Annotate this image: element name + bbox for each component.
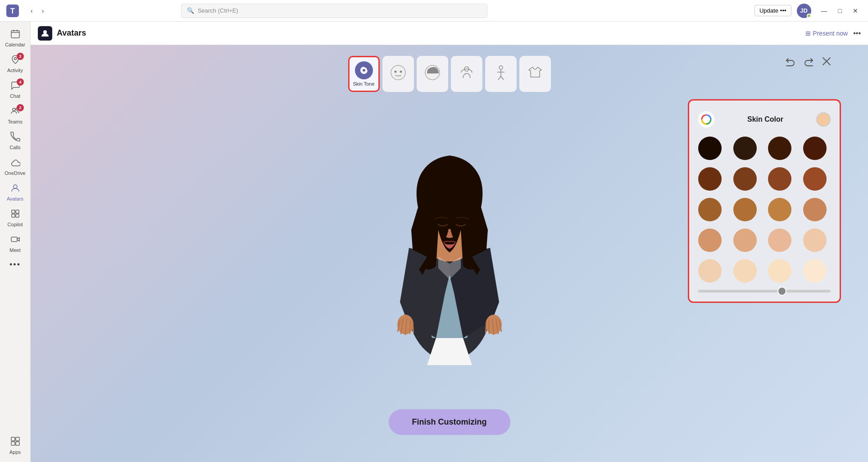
svg-point-6 (14, 58, 16, 60)
calls-icon (10, 132, 20, 144)
svg-rect-15 (11, 437, 15, 441)
svg-rect-12 (12, 214, 15, 217)
skin-swatch[interactable] (733, 167, 757, 191)
sidebar-item-copilot[interactable]: Copilot (0, 205, 30, 231)
close-customization-button[interactable] (821, 56, 832, 69)
teams-logo: T (5, 4, 20, 18)
search-icon: 🔍 (187, 7, 194, 14)
toolbar-item-skin-tone[interactable]: Skin Tone (348, 56, 380, 92)
skin-swatch[interactable] (698, 137, 722, 160)
svg-point-19 (43, 30, 47, 34)
skin-tone-slider[interactable] (698, 290, 831, 293)
redo-button[interactable] (803, 56, 814, 69)
finish-customizing-button[interactable]: Finish Customizing (389, 409, 510, 435)
sidebar-item-meet[interactable]: Meet (0, 231, 30, 256)
skin-swatch[interactable] (698, 167, 722, 191)
skin-swatch[interactable] (768, 167, 791, 191)
skin-color-title: Skin Color (747, 115, 783, 124)
sidebar-item-more[interactable]: ••• (0, 256, 30, 273)
maximize-button[interactable]: □ (834, 5, 846, 16)
title-bar: T ‹ › 🔍 Search (Ctrl+E) Update ••• JD — … (0, 0, 868, 22)
avatar-content: Skin Tone (31, 45, 868, 462)
svg-point-21 (363, 69, 365, 72)
present-now-button[interactable]: ⊞ Present now (805, 30, 848, 37)
skin-swatch[interactable] (733, 137, 757, 160)
avatar[interactable]: JD (797, 4, 811, 18)
app-more-button[interactable]: ••• (853, 29, 861, 37)
svg-point-22 (391, 65, 405, 80)
svg-rect-16 (16, 437, 19, 441)
skin-slider-thumb[interactable] (777, 287, 786, 296)
skin-swatch[interactable] (768, 137, 791, 160)
undo-button[interactable] (785, 56, 796, 69)
svg-point-24 (400, 71, 402, 73)
sidebar-item-calendar[interactable]: Calendar (0, 25, 30, 51)
face-icon (389, 64, 407, 84)
sidebar-item-activity[interactable]: 2 Activity (0, 51, 30, 77)
svg-rect-13 (16, 214, 19, 217)
skin-swatch[interactable] (733, 198, 757, 221)
skin-swatch[interactable] (733, 259, 757, 283)
back-button[interactable]: ‹ (27, 5, 36, 16)
sidebar-item-label: Calendar (5, 42, 25, 47)
search-bar[interactable]: 🔍 Search (Ctrl+E) (181, 4, 487, 18)
window-controls: — □ ✕ (817, 5, 863, 16)
skin-swatch[interactable] (698, 198, 722, 221)
meet-icon (10, 234, 20, 247)
sidebar-item-label: Apps (9, 449, 21, 455)
toolbar-item-outfit[interactable] (519, 56, 551, 92)
svg-rect-14 (11, 237, 17, 242)
forward-button[interactable]: › (38, 5, 48, 16)
copilot-icon (10, 209, 20, 221)
toolbar-item-pose[interactable] (485, 56, 517, 92)
title-bar-right: Update ••• JD — □ ✕ (754, 4, 863, 18)
more-icon: ••• (9, 260, 21, 270)
skin-swatch[interactable] (768, 198, 791, 221)
skin-color-grid (698, 137, 831, 283)
skin-swatch[interactable] (733, 229, 757, 252)
skin-tone-icon (355, 61, 373, 79)
present-now-icon: ⊞ (805, 30, 811, 37)
skin-swatch[interactable] (803, 229, 827, 252)
svg-point-23 (394, 71, 396, 73)
app-title: Avatars (57, 28, 86, 38)
app-header-left: Avatars (38, 26, 86, 41)
skin-panel-header: Skin Color (698, 111, 831, 128)
skin-swatch[interactable] (803, 198, 827, 221)
svg-line-30 (498, 76, 501, 80)
sidebar-item-apps[interactable]: Apps (0, 433, 30, 458)
finish-btn-label: Finish Customizing (412, 417, 487, 426)
skin-swatch[interactable] (803, 137, 827, 160)
skin-swatch[interactable] (698, 259, 722, 283)
skin-swatch[interactable] (803, 167, 827, 191)
svg-rect-17 (11, 442, 15, 445)
skin-swatch[interactable] (768, 259, 791, 283)
minimize-button[interactable]: — (817, 5, 832, 16)
sidebar-item-onedrive[interactable]: OneDrive (0, 154, 30, 179)
svg-rect-10 (12, 210, 15, 213)
svg-point-7 (13, 108, 15, 111)
sidebar-item-label: Copilot (7, 222, 23, 227)
app-header-right: ⊞ Present now ••• (805, 29, 861, 37)
toolbar-item-body[interactable] (451, 56, 482, 92)
sidebar-item-avatars[interactable]: Avatars (0, 179, 30, 205)
svg-line-31 (501, 76, 504, 80)
hair-icon (423, 64, 441, 84)
update-button[interactable]: Update ••• (754, 5, 791, 16)
close-button[interactable]: ✕ (848, 5, 863, 16)
skin-swatch[interactable] (698, 229, 722, 252)
skin-selected-swatch[interactable] (816, 112, 831, 127)
sidebar-item-teams[interactable]: 2 Teams (0, 102, 30, 128)
nav-arrows: ‹ › (27, 5, 47, 16)
sidebar-item-label: Avatars (7, 196, 23, 201)
sidebar-item-chat[interactable]: 4 Chat (0, 77, 30, 102)
toolbar-right-controls (785, 56, 832, 69)
skin-swatch[interactable] (768, 229, 791, 252)
toolbar-item-hair[interactable] (417, 56, 448, 92)
sidebar-item-calls[interactable]: Calls (0, 128, 30, 154)
google-icon (698, 111, 714, 128)
skin-tone-label: Skin Tone (353, 81, 374, 87)
svg-rect-2 (11, 31, 19, 38)
toolbar-item-face[interactable] (382, 56, 414, 92)
skin-swatch[interactable] (803, 259, 827, 283)
